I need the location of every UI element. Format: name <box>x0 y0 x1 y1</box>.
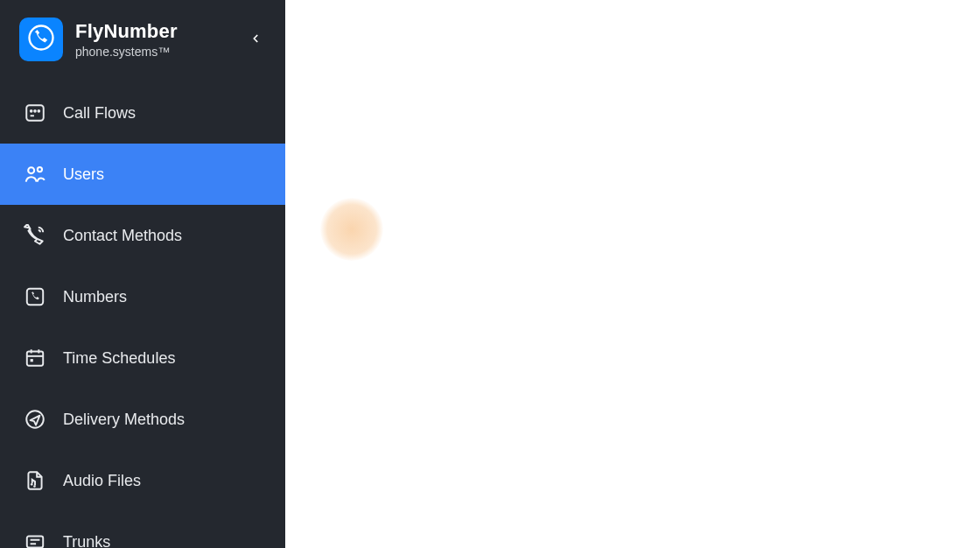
sidebar-item-numbers[interactable]: Numbers <box>0 266 285 327</box>
svg-rect-13 <box>27 537 43 548</box>
brand-block: FlyNumber phone.systems™ <box>75 20 178 59</box>
svg-point-12 <box>33 485 36 488</box>
sidebar-item-label: Contact Methods <box>63 227 182 245</box>
sidebar-item-users[interactable]: Users <box>0 144 285 205</box>
sidebar-item-label: Delivery Methods <box>63 411 185 429</box>
calendar-icon <box>21 344 49 372</box>
sidebar-item-contact-methods[interactable]: Contact Methods <box>0 205 285 266</box>
svg-point-5 <box>28 167 34 173</box>
sidebar-item-label: Users <box>63 165 104 184</box>
sidebar: FlyNumber phone.systems™ Call Flows User… <box>0 0 285 548</box>
svg-point-6 <box>38 167 42 172</box>
sidebar-item-label: Audio Files <box>63 472 141 490</box>
send-icon <box>21 405 49 433</box>
sidebar-nav: Call Flows Users Contact Methods Numbers… <box>0 82 285 548</box>
sidebar-item-label: Call Flows <box>63 104 136 123</box>
numbers-icon <box>21 283 49 311</box>
sidebar-item-audio-files[interactable]: Audio Files <box>0 450 285 511</box>
contact-methods-icon <box>21 221 49 249</box>
sidebar-item-label: Numbers <box>63 288 127 306</box>
call-flows-icon <box>21 99 49 127</box>
sidebar-collapse-button[interactable] <box>243 28 268 53</box>
svg-rect-7 <box>27 289 43 305</box>
sidebar-item-delivery-methods[interactable]: Delivery Methods <box>0 389 285 450</box>
audio-file-icon <box>21 467 49 495</box>
phone-circle-icon <box>25 22 57 57</box>
svg-point-2 <box>31 110 32 112</box>
sidebar-item-label: Trunks <box>63 533 110 549</box>
sidebar-header: FlyNumber phone.systems™ <box>0 0 285 77</box>
svg-point-3 <box>34 110 36 112</box>
sidebar-item-call-flows[interactable]: Call Flows <box>0 82 285 144</box>
svg-rect-8 <box>27 351 43 365</box>
brand-subtitle: phone.systems™ <box>75 45 178 59</box>
sidebar-item-trunks[interactable]: Trunks <box>0 511 285 548</box>
users-icon <box>21 160 49 188</box>
svg-point-10 <box>26 411 44 428</box>
chevron-left-icon <box>249 32 262 48</box>
app-logo <box>19 18 63 61</box>
svg-point-4 <box>38 110 39 112</box>
trunks-icon <box>21 528 49 548</box>
svg-rect-9 <box>31 359 33 362</box>
svg-point-0 <box>30 26 53 50</box>
sidebar-item-time-schedules[interactable]: Time Schedules <box>0 327 285 389</box>
brand-name: FlyNumber <box>75 20 178 43</box>
svg-point-11 <box>31 483 33 486</box>
annotation-highlight <box>320 198 383 261</box>
svg-rect-1 <box>26 105 44 120</box>
sidebar-item-label: Time Schedules <box>63 349 175 368</box>
